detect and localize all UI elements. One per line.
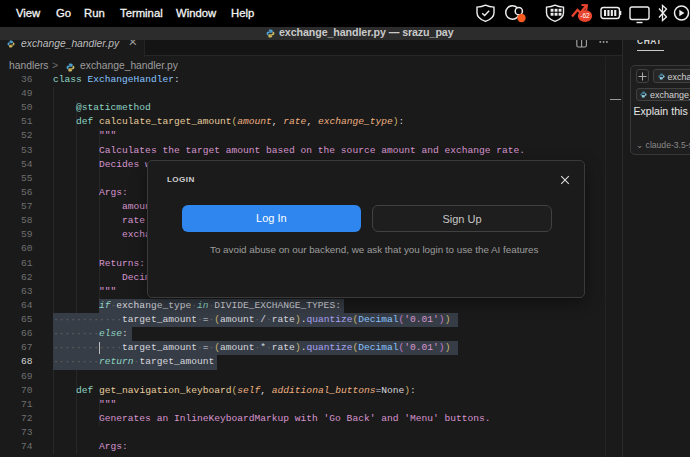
svg-text:-62: -62	[580, 12, 590, 19]
